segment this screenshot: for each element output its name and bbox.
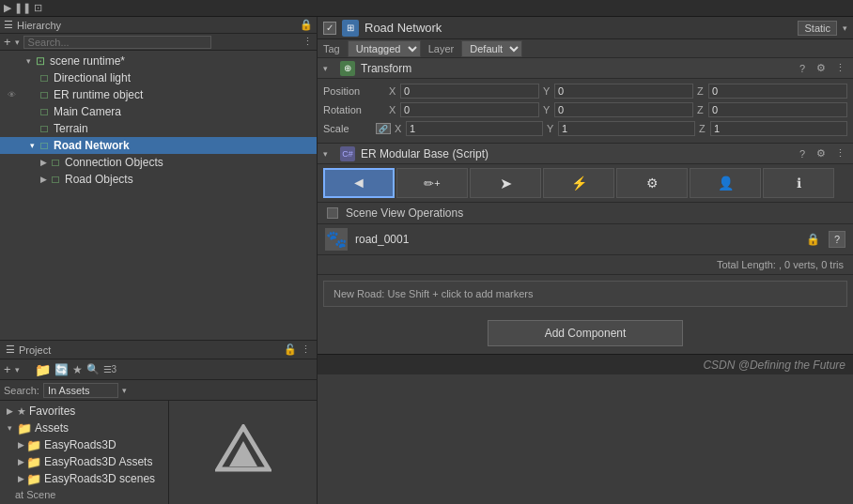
project-assets[interactable]: ▾ 📁 Assets — [0, 420, 168, 436]
tree-item-er-runtime[interactable]: 👁 □ ER runtime object — [0, 86, 317, 103]
add-component-button[interactable]: Add Component — [488, 320, 684, 346]
go-icon-terrain: □ — [38, 122, 51, 135]
position-z-input[interactable]: 0 — [708, 84, 847, 99]
arrow-assets: ▾ — [4, 422, 15, 434]
tree-item-road-objects[interactable]: ▶ □ Road Objects — [0, 171, 317, 188]
scale-x-input[interactable] — [406, 121, 543, 136]
total-length-text: Total Length: , 0 verts, 0 tris — [717, 259, 844, 270]
road-lock-btn[interactable]: 🔒 — [804, 231, 821, 248]
script-btn-forward[interactable]: ➤ — [470, 168, 541, 198]
rotation-z-input[interactable] — [708, 102, 847, 117]
tag-label: Tag — [323, 43, 340, 54]
road-name: road_0001 — [355, 233, 797, 246]
transform-actions: ? ⚙ ⋮ — [795, 61, 847, 76]
project-folder-btn[interactable]: 📁 — [35, 362, 51, 377]
project-add-dropdown[interactable]: ▾ — [15, 365, 20, 374]
script-menu-btn[interactable]: ⋮ — [832, 146, 847, 161]
hierarchy-options-icon[interactable]: ⋮ — [302, 36, 313, 48]
assets-label: Assets — [35, 421, 69, 435]
tree-item-road-network[interactable]: ▾ □ Road Network — [0, 137, 317, 154]
favorites-label: Favorites — [29, 405, 75, 418]
position-row: Position X 0 Y 0 Z 0 — [323, 83, 847, 99]
script-btn-user[interactable]: 👤 — [690, 168, 761, 198]
transform-fields: Position X 0 Y 0 Z 0 — [318, 79, 853, 144]
static-badge[interactable]: Static — [798, 21, 837, 36]
search-dropdown-arrow[interactable]: ▾ — [122, 386, 127, 395]
project-menu-icon[interactable]: ☰ — [6, 344, 15, 356]
terrain-label: Terrain — [54, 122, 88, 135]
scene-view-label: Scene View Operations — [346, 206, 463, 220]
script-icon: C# — [340, 146, 355, 161]
scale-y-input[interactable] — [558, 121, 695, 136]
transform-section-header: ▾ ⊕ Transform ? ⚙ ⋮ — [318, 58, 853, 79]
scale-lock-icon[interactable]: 🔗 — [376, 123, 391, 134]
scale-y-label: Y — [547, 123, 556, 134]
scale-xyz: 🔗 X Y Z — [376, 121, 847, 136]
tree-item-terrain[interactable]: □ Terrain — [0, 120, 317, 137]
hierarchy-dropdown-arrow[interactable]: ▾ — [15, 38, 20, 47]
folder-icon-er3d: 📁 — [26, 438, 41, 452]
layer-dropdown[interactable]: Default — [461, 40, 522, 57]
road-thumb-icon: 🐾 — [325, 228, 348, 251]
project-lock-icon[interactable]: 🔓 — [284, 344, 297, 356]
tree-item-main-camera[interactable]: □ Main Camera — [0, 103, 317, 120]
scene-view-checkbox[interactable] — [327, 207, 338, 219]
road-help-btn[interactable]: ? — [829, 231, 845, 248]
script-help-btn[interactable]: ? — [795, 146, 810, 161]
hierarchy-lock-icon[interactable]: 🔒 — [300, 19, 313, 31]
er-label: ER runtime object — [54, 88, 143, 101]
go-icon-ro: □ — [49, 173, 62, 186]
transform-arrow[interactable]: ▾ — [323, 64, 334, 73]
rotation-y-input[interactable] — [554, 102, 693, 117]
layer-label: Layer — [428, 43, 455, 54]
script-arrow[interactable]: ▾ — [323, 149, 334, 159]
project-sync-btn[interactable]: 🔄 — [54, 363, 69, 376]
script-btn-back[interactable]: ◄ — [323, 168, 395, 198]
transform-icon: ⊕ — [340, 61, 355, 76]
project-favorites[interactable]: ▶ ★ Favorites — [0, 403, 168, 420]
project-er3d-assets[interactable]: ▶ 📁 EasyRoads3D Assets — [0, 453, 168, 470]
script-btn-action[interactable]: ⚡ — [543, 168, 614, 198]
project-add-btn[interactable]: + — [4, 362, 11, 376]
script-btn-edit[interactable]: ✏+ — [396, 168, 468, 198]
position-x-input[interactable]: 0 — [400, 84, 539, 99]
position-y-input[interactable]: 0 — [554, 84, 693, 99]
add-component-row: Add Component — [318, 313, 853, 354]
new-road-hint: New Road: Use Shift + click to add marke… — [323, 281, 847, 307]
project-search-input[interactable] — [43, 383, 118, 398]
tree-item-directional-light[interactable]: □ Directional light — [0, 69, 317, 86]
transform-help-btn[interactable]: ? — [795, 61, 810, 76]
road-item: 🐾 road_0001 🔒 ? — [318, 224, 853, 255]
scale-z-label: Z — [699, 123, 708, 134]
project-star-btn[interactable]: ★ — [72, 363, 83, 376]
scene-icon: ⊡ — [34, 54, 47, 68]
hierarchy-add-btn[interactable]: + — [4, 35, 11, 49]
search-label: Search: — [4, 385, 39, 396]
co-label: Connection Objects — [65, 156, 163, 169]
hierarchy-search-input[interactable] — [23, 36, 211, 49]
project-options-icon[interactable]: ⋮ — [301, 344, 311, 356]
script-section-header: ▾ C# ER Modular Base (Script) ? ⚙ ⋮ — [318, 144, 853, 164]
tag-dropdown[interactable]: Untagged — [348, 40, 421, 57]
project-easyroads[interactable]: ▶ 📁 EasyRoads3D — [0, 436, 168, 453]
star-icon: ★ — [17, 405, 26, 418]
inspector-header: ⊞ Road Network Static ▾ — [318, 17, 853, 39]
project-er3d-scenes[interactable]: ▶ 📁 EasyRoads3D scenes — [0, 470, 168, 487]
hierarchy-menu-icon[interactable]: ☰ — [4, 19, 13, 31]
transform-menu-btn[interactable]: ⋮ — [832, 61, 847, 76]
arrow-er3d-assets: ▶ — [15, 456, 26, 467]
hierarchy-panel: ☰ Hierarchy 🔒 + ▾ ⋮ ▾ ⊡ scene runtime* — [0, 17, 318, 504]
scale-z-input[interactable] — [710, 121, 847, 136]
arrow-co: ▶ — [38, 157, 49, 168]
script-btn-settings[interactable]: ⚙ — [616, 168, 688, 198]
arrow-ro: ▶ — [38, 174, 49, 185]
script-btn-info[interactable]: ℹ — [763, 168, 834, 198]
active-checkbox[interactable] — [323, 22, 336, 35]
watermark-text: CSDN @Defining the Future — [703, 359, 845, 372]
rotation-x-input[interactable] — [400, 102, 539, 117]
script-settings-btn[interactable]: ⚙ — [814, 146, 829, 161]
transform-settings-btn[interactable]: ⚙ — [814, 61, 829, 76]
static-dropdown-arrow[interactable]: ▾ — [843, 23, 847, 33]
tree-item-connection-objects[interactable]: ▶ □ Connection Objects — [0, 154, 317, 171]
tree-item-scene[interactable]: ▾ ⊡ scene runtime* — [0, 53, 317, 69]
